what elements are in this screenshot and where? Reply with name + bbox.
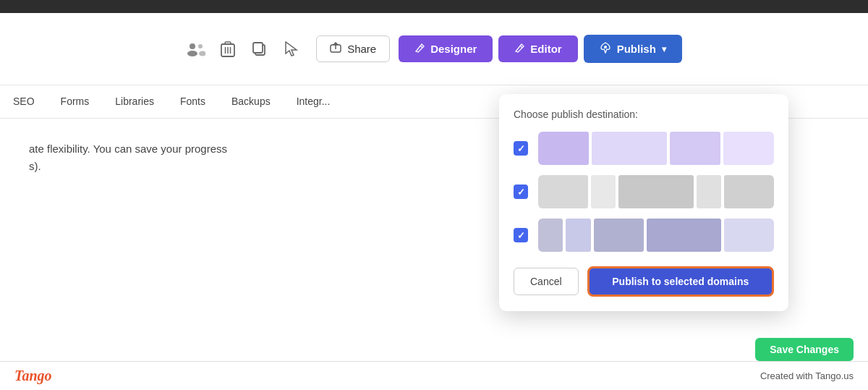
publish-label: Publish <box>617 43 656 55</box>
share-icon <box>330 42 341 56</box>
domain-block-3d <box>647 219 721 252</box>
domain-preview-2 <box>538 175 774 208</box>
domain-block-3c <box>594 219 644 252</box>
domain-item-3: ✓ <box>514 219 774 252</box>
nav-item-seo[interactable]: SEO <box>0 85 48 118</box>
publish-selected-button[interactable]: Publish to selected domains <box>587 266 774 297</box>
page-wrapper: Share Designer Editor <box>0 0 868 390</box>
checkmark-1: ✓ <box>517 143 525 154</box>
domain-block-2d <box>697 175 721 208</box>
share-button[interactable]: Share <box>316 35 390 62</box>
domain-checkbox-1[interactable]: ✓ <box>514 141 528 156</box>
domain-block-1b <box>592 132 668 165</box>
toolbar-icons <box>186 39 302 59</box>
cursor-icon[interactable] <box>281 39 302 59</box>
svg-line-15 <box>520 46 522 48</box>
domain-item-1: ✓ <box>514 132 774 165</box>
editor-button[interactable]: Editor <box>498 35 577 62</box>
domain-block-1a <box>538 132 589 165</box>
trash-icon[interactable] <box>218 39 238 59</box>
publish-dropdown: Choose publish destination: ✓ ✓ <box>499 94 788 311</box>
designer-button[interactable]: Designer <box>399 35 493 62</box>
footer-tagline: Created with Tango.us <box>760 370 854 381</box>
tango-logo: Tango <box>14 368 52 384</box>
dropdown-title: Choose publish destination: <box>514 109 774 120</box>
domain-block-2a <box>538 175 588 208</box>
nav-item-integrations[interactable]: Integr... <box>284 85 344 118</box>
domain-block-3b <box>566 219 590 252</box>
svg-point-3 <box>199 51 205 56</box>
footer: Tango Created with Tango.us <box>0 361 868 390</box>
toolbar-center: Share Designer Editor <box>186 35 682 63</box>
share-label: Share <box>347 43 376 55</box>
svg-point-2 <box>198 44 203 48</box>
svg-point-1 <box>187 51 197 56</box>
domain-block-2e <box>724 175 774 208</box>
top-bar <box>0 0 868 13</box>
nav-item-fonts[interactable]: Fonts <box>167 85 218 118</box>
copy-icon[interactable] <box>250 39 270 59</box>
checkmark-3: ✓ <box>517 230 525 241</box>
svg-rect-10 <box>253 43 263 53</box>
domain-checkbox-2[interactable]: ✓ <box>514 185 528 199</box>
svg-marker-11 <box>286 42 297 56</box>
nav-item-forms[interactable]: Forms <box>48 85 103 118</box>
domain-block-2b <box>591 175 616 208</box>
domain-item-2: ✓ <box>514 175 774 208</box>
domain-block-1d <box>723 132 774 165</box>
cancel-button[interactable]: Cancel <box>514 268 579 295</box>
domain-block-1c <box>670 132 720 165</box>
domain-block-3e <box>724 219 774 252</box>
editor-label: Editor <box>530 43 561 55</box>
domain-block-3a <box>538 219 563 252</box>
publish-icon <box>600 42 611 56</box>
save-changes-area: Save Changes <box>755 338 854 361</box>
svg-line-14 <box>420 46 422 48</box>
dropdown-actions: Cancel Publish to selected domains <box>514 266 774 297</box>
designer-icon <box>414 43 425 55</box>
users-icon[interactable] <box>186 39 206 59</box>
main-text: ate flexibility. You can save your progr… <box>29 140 227 175</box>
chevron-down-icon: ▾ <box>662 44 666 54</box>
toolbar: Share Designer Editor <box>0 13 868 85</box>
checkmark-2: ✓ <box>517 187 525 198</box>
designer-label: Designer <box>430 43 477 55</box>
svg-point-16 <box>604 46 607 48</box>
publish-button[interactable]: Publish ▾ <box>584 35 682 63</box>
nav-item-backups[interactable]: Backups <box>218 85 284 118</box>
nav-items: SEO Forms Libraries Fonts Backups Integr… <box>0 85 343 118</box>
nav-item-libraries[interactable]: Libraries <box>102 85 167 118</box>
save-changes-button[interactable]: Save Changes <box>755 338 854 361</box>
editor-icon <box>514 43 524 55</box>
domain-preview-1 <box>538 132 774 165</box>
domain-preview-3 <box>538 219 774 252</box>
svg-rect-5 <box>225 42 231 44</box>
domain-block-2c <box>618 175 693 208</box>
domain-checkbox-3[interactable]: ✓ <box>514 228 528 242</box>
svg-point-0 <box>190 43 195 49</box>
